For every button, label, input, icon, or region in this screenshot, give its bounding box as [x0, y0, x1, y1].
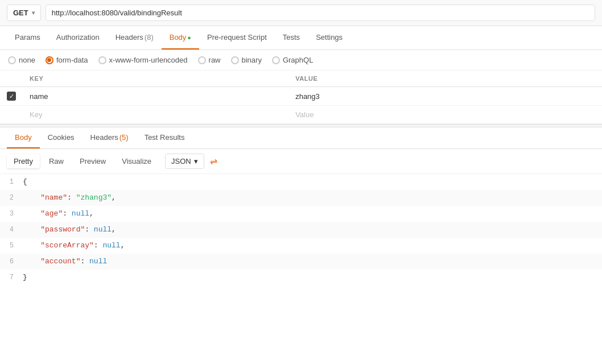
radio-urlencoded[interactable]: x-www-form-urlencoded: [98, 56, 188, 64]
radio-circle-form-data: [46, 56, 53, 64]
code-area: 1 { 2 "name": "zhang3", 3 "age": null, 4…: [0, 174, 602, 286]
row-value[interactable]: zhang3: [288, 87, 602, 106]
code-line-5: 5 "scoreArray": null,: [0, 238, 602, 254]
preview-button[interactable]: Preview: [73, 154, 113, 168]
url-input[interactable]: [46, 5, 595, 21]
radio-label-binary: binary: [242, 56, 262, 64]
res-tab-test-results[interactable]: Test Results: [137, 127, 193, 148]
tab-settings[interactable]: Settings: [308, 26, 351, 49]
code-line-4: 4 "password": null,: [0, 222, 602, 238]
method-select[interactable]: GET ▾: [7, 5, 41, 21]
radio-circle-binary: [231, 56, 239, 64]
request-tabs: Params Authorization Headers(8) Body● Pr…: [0, 26, 602, 50]
row-checkbox-cell[interactable]: ✓: [0, 87, 23, 106]
res-tab-cookies[interactable]: Cookies: [40, 127, 83, 148]
radio-label-urlencoded: x-www-form-urlencoded: [109, 56, 188, 64]
url-bar: GET ▾: [0, 0, 602, 26]
radio-circle-urlencoded: [98, 56, 106, 64]
radio-label-graphql: GraphQL: [283, 56, 313, 64]
tab-authorization[interactable]: Authorization: [48, 26, 108, 49]
table-row: ✓ name zhang3: [0, 87, 602, 106]
radio-circle-none: [8, 56, 16, 64]
raw-button[interactable]: Raw: [42, 154, 71, 168]
radio-label-none: none: [19, 56, 35, 64]
radio-form-data[interactable]: form-data: [46, 56, 88, 64]
radio-circle-graphql: [272, 56, 280, 64]
code-line-3: 3 "age": null,: [0, 206, 602, 222]
empty-key-cell[interactable]: Key: [23, 106, 288, 124]
code-line-6: 6 "account": null: [0, 254, 602, 270]
visualize-button[interactable]: Visualize: [115, 154, 158, 168]
format-label: JSON: [171, 157, 191, 166]
radio-none[interactable]: none: [8, 56, 35, 64]
radio-label-raw: raw: [209, 56, 221, 64]
radio-raw[interactable]: raw: [198, 56, 221, 64]
pretty-button[interactable]: Pretty: [7, 154, 40, 168]
wrap-icon[interactable]: ⇌: [210, 156, 217, 167]
table-row-empty: Key Value: [0, 106, 602, 124]
col-value: VALUE: [288, 71, 602, 87]
tab-headers[interactable]: Headers(8): [108, 26, 162, 49]
format-select[interactable]: JSON ▾: [165, 154, 204, 169]
res-tab-headers[interactable]: Headers(5): [83, 127, 137, 148]
tab-params[interactable]: Params: [7, 26, 48, 49]
code-line-7: 7 }: [0, 270, 602, 286]
kv-table: KEY VALUE ✓ name zhang3 Key Value: [0, 71, 602, 124]
res-tab-body[interactable]: Body: [7, 127, 40, 148]
code-line-1: 1 {: [0, 174, 602, 190]
radio-label-form-data: form-data: [56, 56, 88, 64]
response-tabs: Body Cookies Headers(5) Test Results: [0, 127, 602, 149]
code-line-2: 2 "name": "zhang3",: [0, 190, 602, 206]
format-chevron: ▾: [194, 157, 198, 166]
body-type-group: none form-data x-www-form-urlencoded raw…: [0, 50, 602, 71]
method-chevron: ▾: [32, 10, 35, 16]
tab-pre-request[interactable]: Pre-request Script: [199, 26, 275, 49]
radio-circle-raw: [198, 56, 206, 64]
radio-graphql[interactable]: GraphQL: [272, 56, 313, 64]
row-key[interactable]: name: [23, 87, 288, 106]
row-checkbox[interactable]: ✓: [7, 92, 16, 101]
method-label: GET: [13, 9, 28, 17]
view-toolbar: Pretty Raw Preview Visualize JSON ▾ ⇌: [0, 149, 602, 174]
col-key: KEY: [23, 71, 288, 87]
radio-binary[interactable]: binary: [231, 56, 262, 64]
empty-value-cell[interactable]: Value: [288, 106, 602, 124]
tab-body[interactable]: Body●: [162, 26, 199, 49]
col-checkbox: [0, 71, 23, 87]
tab-tests[interactable]: Tests: [275, 26, 308, 49]
